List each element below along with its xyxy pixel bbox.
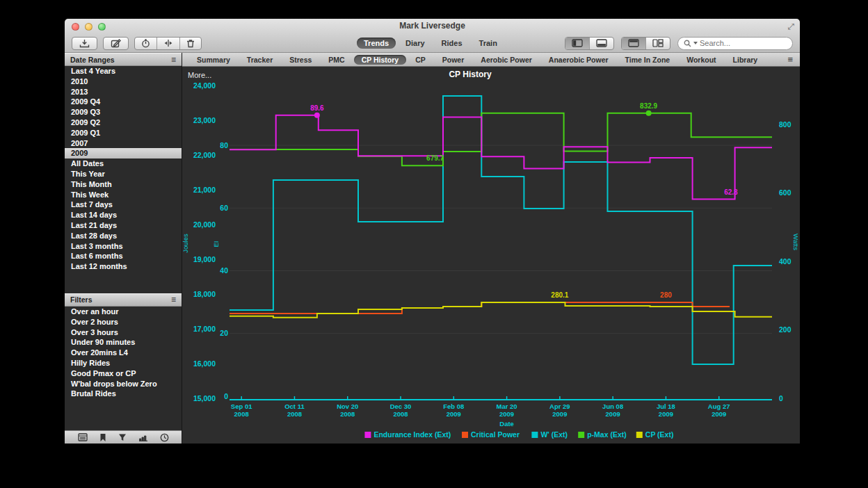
date-range-2009-q3[interactable]: 2009 Q3	[65, 107, 182, 117]
x-tick-label: Jun 08	[602, 402, 623, 410]
filters-list: Over an hourOver 2 hoursOver 3 hoursUnde…	[65, 307, 182, 399]
sidebar-gap	[65, 272, 182, 293]
manual-activity-button[interactable]	[103, 37, 129, 50]
date-range-2009[interactable]: 2009	[65, 148, 182, 158]
data-point-marker	[314, 113, 320, 118]
watts-tick-label: 800	[779, 120, 791, 129]
split-activity-button[interactable]	[157, 38, 180, 49]
toggle-bottom-panel-button[interactable]	[590, 38, 613, 49]
date-range-2013[interactable]: 2013	[65, 87, 182, 97]
bar-chart-icon[interactable]	[138, 433, 148, 441]
tab-power[interactable]: Power	[435, 55, 472, 65]
date-ranges-list: Last 4 Years201020132009 Q42009 Q32009 Q…	[65, 66, 182, 272]
annotation-280.1: 280.1	[551, 291, 568, 299]
sidebar-bottom-toolbar	[65, 430, 182, 444]
layout-toggle-group	[621, 37, 670, 50]
filter-brutal-rides[interactable]: Brutal Rides	[65, 389, 182, 399]
date-range-last-3-months[interactable]: Last 3 months	[65, 241, 182, 252]
tab-library[interactable]: Library	[725, 55, 766, 65]
tab-cp[interactable]: CP	[408, 55, 433, 65]
search-field[interactable]	[677, 37, 793, 50]
view-tab-train[interactable]: Train	[472, 38, 504, 49]
series-critical-power	[230, 302, 730, 314]
title-bar[interactable]: Mark Liversedge ⤢	[65, 19, 800, 34]
delete-activity-button[interactable]	[180, 38, 201, 49]
date-range-last-6-months[interactable]: Last 6 months	[65, 251, 182, 261]
table-icon[interactable]	[78, 433, 88, 441]
toggle-sidebar-button[interactable]	[565, 38, 590, 49]
watts-tick-label: 200	[779, 325, 791, 334]
series-cp-ext-	[230, 302, 772, 318]
date-ranges-header[interactable]: Date Ranges ≡	[65, 53, 182, 66]
filters-header[interactable]: Filters ≡	[65, 293, 182, 307]
search-input[interactable]	[700, 39, 776, 47]
filter-over-20mins-l4[interactable]: Over 20mins L4	[65, 348, 182, 358]
tab-pmc[interactable]: PMC	[321, 55, 352, 65]
date-range-2009-q4[interactable]: 2009 Q4	[65, 97, 182, 107]
x-tick-label-year: 2009	[552, 410, 567, 418]
date-range-this-month[interactable]: This Month	[65, 179, 182, 190]
annotation-280: 280	[660, 291, 672, 299]
date-range-2009-q1[interactable]: 2009 Q1	[65, 128, 182, 138]
filter-over-an-hour[interactable]: Over an hour	[65, 307, 182, 317]
tab-tracker[interactable]: Tracker	[239, 55, 280, 65]
compose-icon	[111, 39, 121, 48]
date-ranges-menu-icon[interactable]: ≡	[171, 55, 176, 65]
date-range-last-12-months[interactable]: Last 12 months	[65, 261, 182, 272]
date-range-2007[interactable]: 2007	[65, 138, 182, 149]
filter-hilly-rides[interactable]: Hilly Rides	[65, 358, 182, 368]
single-view-button[interactable]	[622, 38, 646, 49]
cp-history-chart[interactable]: 24,00023,00022,00021,00020,00019,00018,0…	[182, 67, 799, 444]
joules-tick-label: 16,000	[193, 359, 216, 368]
tab-anaerobic-power[interactable]: Anaerobic Power	[541, 55, 616, 65]
legend-swatch	[531, 432, 538, 438]
joules-axis-title: Joules	[182, 234, 189, 253]
tab-workout[interactable]: Workout	[679, 55, 723, 65]
date-range-2009-q2[interactable]: 2009 Q2	[65, 117, 182, 128]
minimize-button[interactable]	[85, 23, 93, 31]
date-range-all-dates[interactable]: All Dates	[65, 158, 182, 169]
joules-tick-label: 22,000	[193, 151, 216, 159]
tab-summary[interactable]: Summary	[189, 55, 238, 65]
tab-cp-history[interactable]: CP History	[354, 55, 407, 65]
tiled-view-button[interactable]	[646, 38, 670, 49]
filter-funnel-icon[interactable]	[118, 433, 127, 441]
joules-tick-label: 20,000	[193, 220, 216, 229]
view-tab-rides[interactable]: Rides	[435, 38, 469, 49]
date-range-this-week[interactable]: This Week	[65, 190, 182, 200]
filters-menu-icon[interactable]: ≡	[171, 295, 176, 304]
date-range-this-year[interactable]: This Year	[65, 169, 182, 179]
tabbar-menu-icon[interactable]: ≡	[787, 54, 793, 65]
filter-over-2-hours[interactable]: Over 2 hours	[65, 317, 182, 327]
filter-w-bal-drops-below-zero[interactable]: W'bal drops below Zero	[65, 379, 182, 389]
tab-aerobic-power[interactable]: Aerobic Power	[473, 55, 540, 65]
x-tick-label-year: 2009	[447, 410, 461, 418]
date-range-2010[interactable]: 2010	[65, 76, 182, 87]
filter-under-90-minutes[interactable]: Under 90 minutes	[65, 337, 182, 348]
fullscreen-icon[interactable]: ⤢	[787, 22, 794, 31]
date-range-last-7-days[interactable]: Last 7 days	[65, 200, 182, 210]
tab-time-in-zone[interactable]: Time In Zone	[618, 55, 678, 65]
ei-tick-label: 0	[224, 392, 228, 400]
tab-stress[interactable]: Stress	[282, 55, 319, 65]
date-range-last-28-days[interactable]: Last 28 days	[65, 231, 182, 241]
zoom-button[interactable]	[98, 23, 106, 31]
data-point-marker	[646, 111, 652, 116]
stopwatch-button[interactable]	[135, 38, 157, 49]
view-tab-trends[interactable]: Trends	[357, 38, 396, 49]
bookmark-icon[interactable]	[99, 433, 106, 442]
date-range-last-21-days[interactable]: Last 21 days	[65, 220, 182, 231]
view-tab-diary[interactable]: Diary	[399, 38, 432, 49]
close-button[interactable]	[72, 23, 79, 31]
chart-area: More... CP History 24,00023,00022,00021,…	[182, 67, 800, 444]
filter-over-3-hours[interactable]: Over 3 hours	[65, 327, 182, 338]
date-range-last-4-years[interactable]: Last 4 Years	[65, 66, 182, 76]
filter-good-pmax-or-cp[interactable]: Good Pmax or CP	[65, 368, 182, 379]
search-scope-arrow[interactable]	[693, 42, 698, 44]
legend-swatch	[462, 432, 468, 438]
traffic-lights	[72, 23, 106, 31]
clock-icon[interactable]	[160, 433, 169, 442]
download-activity-button[interactable]	[72, 37, 97, 50]
date-range-last-14-days[interactable]: Last 14 days	[65, 210, 182, 220]
activity-tool-group	[134, 37, 202, 50]
